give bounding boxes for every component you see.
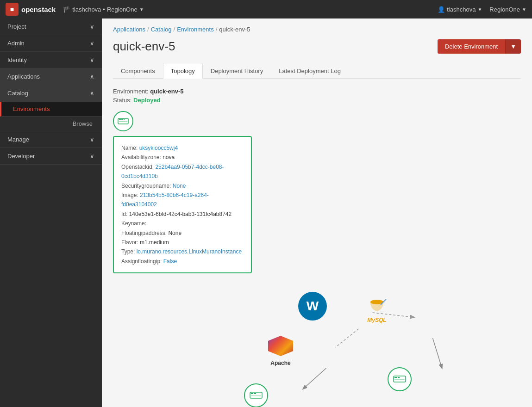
chevron-up-icon-catalog: ∧ bbox=[90, 90, 94, 97]
svg-line-7 bbox=[303, 368, 326, 389]
env-status-value: Deployed bbox=[133, 97, 161, 104]
field-id-value: 140e53e1-6bfd-42c4-bab3-131fc4ab8742 bbox=[129, 211, 232, 217]
topology-instance-icon[interactable] bbox=[113, 111, 133, 131]
field-type: Type: io.murano.resources.LinuxMuranoIns… bbox=[121, 247, 244, 256]
logo[interactable]: ■ openstack bbox=[6, 3, 56, 16]
delete-environment-button[interactable]: Delete Environment bbox=[438, 39, 505, 54]
field-floatingip-value: None bbox=[168, 230, 182, 236]
sidebar-item-developer[interactable]: Developer ∨ bbox=[0, 148, 102, 165]
sidebar-label-environments: Environments bbox=[13, 105, 50, 112]
field-image: Image: 213b54b5-80b6-4c19-a264-fd0ea3104… bbox=[121, 191, 244, 210]
project-dropdown-arrow: ▼ bbox=[139, 7, 144, 12]
field-openstackid: Openstackid: 252b4aa9-05b7-4dcc-be08-0cd… bbox=[121, 162, 244, 181]
field-securitygroup: Securitygroupname: None bbox=[121, 181, 244, 191]
sidebar-item-project[interactable]: Project ∨ bbox=[0, 18, 102, 35]
apache-label: Apache bbox=[270, 360, 290, 366]
env-name-row: Environment: quick-env-5 bbox=[113, 88, 521, 95]
user-dropdown-arrow: ▼ bbox=[477, 7, 482, 12]
topology-diagram: W MySQL Apache bbox=[113, 283, 521, 407]
wordpress-icon: W bbox=[298, 292, 327, 321]
breadcrumb-sep-1: / bbox=[147, 26, 149, 33]
topology-card: Name: uksykioocc5wj4 Availabilityzone: n… bbox=[113, 136, 252, 273]
sidebar-label-catalog: Catalog bbox=[7, 90, 28, 97]
page-title: quick-env-5 bbox=[113, 39, 175, 54]
svg-rect-15 bbox=[394, 377, 397, 378]
topbar-region: RegionOne bbox=[107, 6, 138, 13]
sidebar-item-catalog[interactable]: Catalog ∧ bbox=[0, 85, 102, 102]
chevron-down-icon: ∨ bbox=[90, 23, 94, 30]
chevron-up-icon-apps: ∧ bbox=[90, 73, 94, 80]
field-name: Name: uksykioocc5wj4 bbox=[121, 143, 244, 153]
svg-rect-1 bbox=[119, 119, 121, 120]
tab-deployment-history[interactable]: Deployment History bbox=[203, 63, 271, 79]
env-status-label: Status: bbox=[113, 97, 133, 104]
breadcrumb: Applications / Catalog / Environments / … bbox=[113, 26, 521, 33]
region-menu[interactable]: RegionOne ▼ bbox=[489, 6, 526, 13]
node-apache[interactable]: Apache bbox=[268, 336, 293, 366]
topbar-project[interactable]: 🏴 tlashchova • RegionOne ▼ bbox=[63, 6, 430, 13]
topbar: ■ openstack 🏴 tlashchova • RegionOne ▼ 👤… bbox=[0, 0, 532, 18]
logo-text: openstack bbox=[21, 6, 56, 13]
field-assignfloating-value: False bbox=[163, 258, 177, 265]
node-mysql[interactable]: MySQL bbox=[367, 296, 387, 323]
sidebar-label-identity: Identity bbox=[7, 56, 27, 63]
tab-components[interactable]: Components bbox=[113, 63, 163, 79]
svg-rect-10 bbox=[250, 392, 262, 398]
sidebar-item-admin[interactable]: Admin ∨ bbox=[0, 35, 102, 52]
node-wordpress[interactable]: W bbox=[298, 292, 327, 321]
environment-info: Environment: quick-env-5 Status: Deploye… bbox=[113, 88, 521, 104]
user-menu[interactable]: 👤 tlashchova ▼ bbox=[438, 6, 482, 13]
sidebar-label-applications: Applications bbox=[7, 73, 40, 80]
node-instance-2[interactable] bbox=[388, 367, 412, 391]
field-name-value: uksykioocc5wj4 bbox=[139, 145, 178, 151]
sidebar-item-environments[interactable]: Environments bbox=[0, 102, 102, 117]
sidebar-item-applications[interactable]: Applications ∧ bbox=[0, 68, 102, 85]
sidebar-label-admin: Admin bbox=[7, 40, 25, 47]
sidebar-item-identity[interactable]: Identity ∨ bbox=[0, 52, 102, 68]
delete-environment-dropdown[interactable]: ▼ bbox=[505, 39, 521, 54]
breadcrumb-applications[interactable]: Applications bbox=[113, 26, 145, 33]
header-actions: Delete Environment ▼ bbox=[438, 39, 521, 54]
project-name: tlashchova bbox=[72, 6, 101, 13]
sidebar-label-developer: Developer bbox=[7, 153, 35, 160]
main-layout: Project ∨ Admin ∨ Identity ∨ Application… bbox=[0, 18, 532, 407]
sidebar-item-manage[interactable]: Manage ∨ bbox=[0, 131, 102, 148]
project-separator: • bbox=[103, 6, 105, 13]
instance-2-icon bbox=[388, 367, 412, 391]
svg-rect-16 bbox=[398, 377, 400, 378]
svg-rect-3 bbox=[124, 119, 125, 120]
chevron-down-icon-developer: ∨ bbox=[90, 153, 94, 160]
field-flavor: Flavor: m1.medium bbox=[121, 238, 244, 247]
project-flag-icon: 🏴 bbox=[63, 6, 70, 13]
mysql-icon: MySQL bbox=[367, 296, 387, 323]
field-floatingip: Floatingipaddress: None bbox=[121, 228, 244, 238]
sidebar-label-project: Project bbox=[7, 23, 26, 30]
apache-icon bbox=[268, 336, 293, 356]
page-header: quick-env-5 Delete Environment ▼ bbox=[113, 39, 521, 54]
breadcrumb-environments[interactable]: Environments bbox=[177, 26, 213, 33]
breadcrumb-sep-2: / bbox=[174, 26, 175, 33]
field-type-value: io.murano.resources.LinuxMuranoInstance bbox=[137, 248, 242, 255]
svg-rect-2 bbox=[121, 119, 123, 120]
env-name-label: Environment: bbox=[113, 88, 150, 95]
chevron-down-icon-identity: ∨ bbox=[90, 56, 94, 63]
breadcrumb-sep-3: / bbox=[216, 26, 218, 33]
sidebar: Project ∨ Admin ∨ Identity ∨ Application… bbox=[0, 18, 102, 407]
region-dropdown-arrow: ▼ bbox=[522, 7, 526, 12]
tab-latest-deployment-log[interactable]: Latest Deployment Log bbox=[271, 63, 349, 79]
sidebar-label-manage: Manage bbox=[7, 136, 29, 143]
tab-topology[interactable]: Topology bbox=[163, 63, 203, 79]
env-name-value: quick-env-5 bbox=[150, 88, 183, 95]
sidebar-item-browse[interactable]: Browse bbox=[0, 117, 102, 131]
field-assignfloating: Assignfloatingip: False bbox=[121, 257, 244, 266]
field-securitygroup-value: None bbox=[173, 183, 186, 189]
instance-1-icon bbox=[244, 383, 268, 407]
breadcrumb-catalog[interactable]: Catalog bbox=[151, 26, 172, 33]
svg-rect-12 bbox=[254, 393, 256, 394]
node-instance-1[interactable] bbox=[244, 383, 268, 407]
svg-rect-4 bbox=[119, 121, 127, 122]
sidebar-label-browse: Browse bbox=[73, 120, 93, 127]
field-id: Id: 140e53e1-6bfd-42c4-bab3-131fc4ab8742 bbox=[121, 210, 244, 219]
field-keyname: Keyname: bbox=[121, 219, 244, 228]
topbar-right: 👤 tlashchova ▼ RegionOne ▼ bbox=[438, 6, 526, 13]
